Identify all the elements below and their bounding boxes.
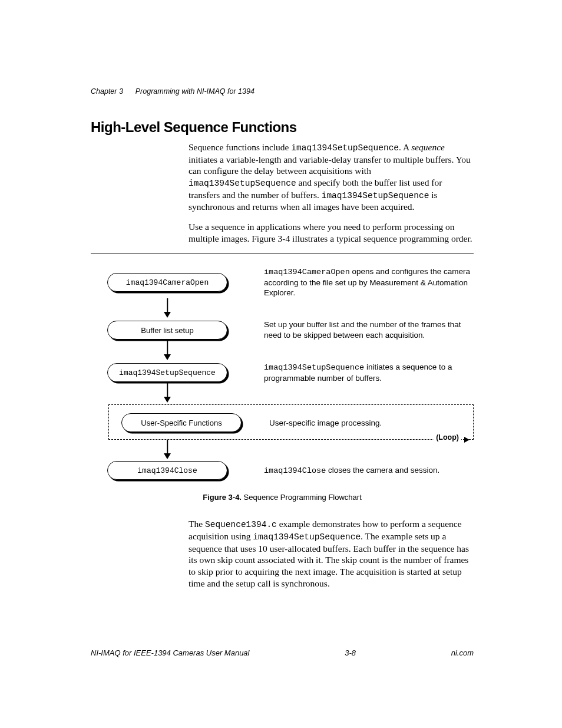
flow-desc-3: imaq1394SetupSequence initiates a sequen… xyxy=(264,362,474,384)
flow-row-5: imaq1394Close imaq1394Close closes the c… xyxy=(91,461,474,480)
text: The xyxy=(189,519,205,529)
loop-arrow-icon xyxy=(464,437,470,443)
code-inline: imaq1394SetupSequence xyxy=(291,143,399,153)
text: Sequence functions include xyxy=(189,142,291,152)
flow-desc-1: imaq1394CameraOpen opens and configures … xyxy=(264,266,474,298)
paragraph-3: The Sequence1394.c example demonstrates … xyxy=(189,518,474,589)
footer-left: NI-IMAQ for IEEE-1394 Cameras User Manua… xyxy=(91,648,249,657)
flow-node-setup-sequence: imaq1394SetupSequence xyxy=(107,363,227,382)
loop-label: (Loop) xyxy=(434,433,461,442)
flow-desc-4: User-specific image processing. xyxy=(269,418,468,429)
caption-label: Figure 3-4. xyxy=(203,493,242,502)
chapter-label: Chapter 3 xyxy=(91,87,123,95)
loop-box: User-Specific Functions User-specific im… xyxy=(108,404,474,440)
code-inline: Sequence1394.c xyxy=(205,520,277,529)
text: . A xyxy=(399,142,411,152)
code-inline: imaq1394CameraOpen xyxy=(264,268,350,276)
flow-desc-5: imaq1394Close closes the camera and sess… xyxy=(264,465,474,476)
flow-desc-2: Set up your buffer list and the number o… xyxy=(264,319,474,341)
figure-area: imaq1394CameraOpen imaq1394CameraOpen op… xyxy=(91,253,474,519)
code-inline: imaq1394SetupSequence xyxy=(264,363,364,372)
footer-right: ni.com xyxy=(451,648,474,657)
flow-node-buffer-setup: Buffer list setup xyxy=(107,321,227,340)
flow-node-camera-open: imaq1394CameraOpen xyxy=(107,273,227,292)
flow-node-close: imaq1394Close xyxy=(107,461,227,480)
paragraph-1: Sequence functions include imaq1394Setup… xyxy=(189,141,474,213)
flow-node-user-functions: User-Specific Functions xyxy=(121,413,242,432)
text: initiates a variable-length and variable… xyxy=(189,154,471,176)
page-footer: NI-IMAQ for IEEE-1394 Cameras User Manua… xyxy=(91,648,474,657)
text: closes the camera and session. xyxy=(326,466,439,475)
body-column: Sequence functions include imaq1394Setup… xyxy=(189,141,474,245)
running-head: Chapter 3 Programming with NI-IMAQ for 1… xyxy=(91,87,254,95)
code-inline: imaq1394SetupSequence xyxy=(322,191,429,200)
chapter-title: Programming with NI-IMAQ for 1394 xyxy=(135,87,254,95)
italic-term: sequence xyxy=(411,142,445,152)
caption-text: Sequence Programming Flowchart xyxy=(242,493,362,502)
flow-row-3: imaq1394SetupSequence imaq1394SetupSeque… xyxy=(91,362,474,384)
flow-row-4: User-Specific Functions User-specific im… xyxy=(114,413,468,432)
page: Chapter 3 Programming with NI-IMAQ for 1… xyxy=(0,0,562,728)
footer-page-number: 3-8 xyxy=(345,648,356,657)
section-heading: High-Level Sequence Functions xyxy=(91,119,474,136)
body-column-2: The Sequence1394.c example demonstrates … xyxy=(189,518,474,589)
figure-caption: Figure 3-4. Sequence Programming Flowcha… xyxy=(91,493,474,502)
flow-row-1: imaq1394CameraOpen imaq1394CameraOpen op… xyxy=(91,266,474,298)
code-inline: imaq1394Close xyxy=(264,466,326,475)
code-inline: imaq1394SetupSequence xyxy=(253,532,361,542)
code-inline: imaq1394SetupSequence xyxy=(189,179,296,188)
paragraph-2: Use a sequence in applications where you… xyxy=(189,221,474,245)
flow-row-2: Buffer list setup Set up your buffer lis… xyxy=(91,319,474,341)
